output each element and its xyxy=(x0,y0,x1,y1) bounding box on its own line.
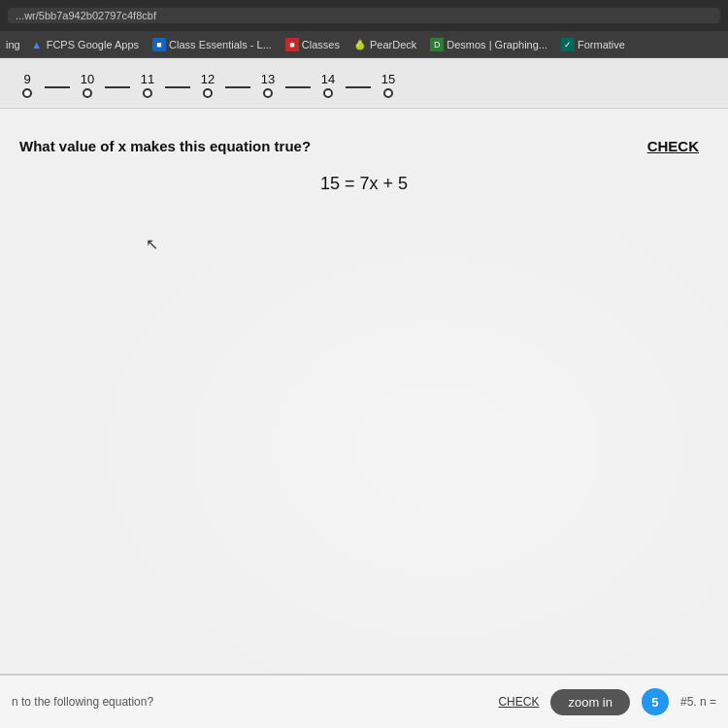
bookmark-label-ping: ing xyxy=(6,39,20,50)
number-line-item-9: 9 xyxy=(10,72,70,98)
equation-container: 15 = 7x + 5 xyxy=(19,174,709,204)
desmos-icon: D xyxy=(430,38,444,51)
fcps-icon: ▲ xyxy=(30,38,44,51)
bookmark-class-essentials[interactable]: ■ Class Essentials - L... xyxy=(149,36,276,53)
equation-display: 15 = 7x + 5 xyxy=(320,174,408,194)
bookmark-desmos[interactable]: D Desmos | Graphing... xyxy=(426,36,551,53)
bookmark-formative[interactable]: ✓ Formative xyxy=(557,36,629,53)
classes-icon: ■ xyxy=(285,38,299,51)
bookmark-formative-label: Formative xyxy=(578,39,625,50)
number-line: 9101112131415 xyxy=(10,68,406,98)
cursor: ↖ xyxy=(146,235,165,254)
bookmark-fcps-label: FCPS Google Apps xyxy=(47,39,139,50)
peardeck-icon: 🍐 xyxy=(353,38,367,51)
bookmark-fcps[interactable]: ▲ FCPS Google Apps xyxy=(26,36,143,53)
bookmarks-bar: ing ▲ FCPS Google Apps ■ Class Essential… xyxy=(0,31,728,58)
number-line-item-11: 11 xyxy=(130,72,190,98)
number-line-item-12: 12 xyxy=(190,72,250,98)
bookmark-peardeck[interactable]: 🍐 PearDeck xyxy=(349,36,420,53)
bookmark-peardeck-label: PearDeck xyxy=(370,39,416,50)
bottom-question-preview: n to the following equation? xyxy=(12,695,486,709)
question-text: What value of x makes this equation true… xyxy=(19,138,709,154)
bottom-check-link[interactable]: CHECK xyxy=(498,695,539,709)
class-essentials-icon: ■ xyxy=(152,38,166,51)
number-line-item-14: 14 xyxy=(311,72,371,98)
number-line-item-13: 13 xyxy=(250,72,311,98)
bottom-next-label: #5. n = xyxy=(680,695,716,709)
bookmark-desmos-label: Desmos | Graphing... xyxy=(447,39,547,50)
url-bar[interactable]: ...wr/5bb7a942b02797c4f8cbf xyxy=(8,8,720,23)
formative-icon: ✓ xyxy=(561,38,575,51)
number-line-item-15: 15 xyxy=(371,72,406,98)
number-line-bar: 9101112131415 xyxy=(0,58,728,109)
check-button-top[interactable]: CHECK xyxy=(647,138,699,154)
zoom-in-button[interactable]: zoom in xyxy=(550,689,630,715)
url-text: ...wr/5bb7a942b02797c4f8cbf xyxy=(16,10,156,21)
browser-chrome: ...wr/5bb7a942b02797c4f8cbf xyxy=(0,0,728,31)
bookmark-class-essentials-label: Class Essentials - L... xyxy=(169,39,272,50)
bookmark-classes-label: Classes xyxy=(302,39,340,50)
main-content: What value of x makes this equation true… xyxy=(0,109,728,674)
bottom-bar: n to the following equation? CHECK zoom … xyxy=(0,674,728,728)
number-line-item-10: 10 xyxy=(70,72,130,98)
bookmark-classes[interactable]: ■ Classes xyxy=(281,36,344,53)
question-badge: 5 xyxy=(642,688,669,715)
